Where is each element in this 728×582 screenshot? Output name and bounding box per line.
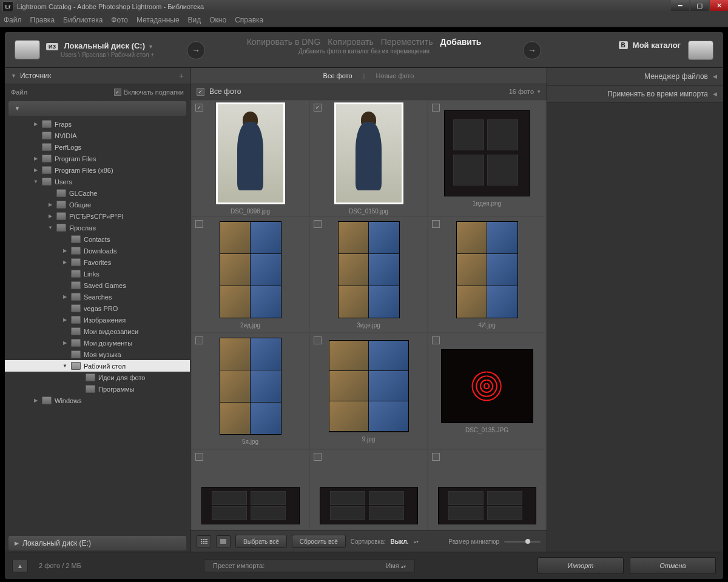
menu-Правка[interactable]: Правка bbox=[30, 16, 55, 24]
folder-Моя музыка[interactable]: Моя музыка bbox=[5, 349, 190, 360]
folder-Мои документы[interactable]: ▶Мои документы bbox=[5, 337, 190, 349]
action-add[interactable]: Добавить bbox=[440, 37, 482, 47]
photo-checkbox[interactable] bbox=[432, 220, 440, 228]
menu-Справка[interactable]: Справка bbox=[235, 16, 263, 24]
photo-checkbox[interactable] bbox=[195, 453, 203, 461]
photo-checkbox[interactable]: ✓ bbox=[314, 104, 322, 112]
menu-Фото[interactable]: Фото bbox=[111, 16, 128, 24]
thumbnail-image[interactable] bbox=[438, 487, 536, 524]
destination-label[interactable]: Мой каталог bbox=[633, 41, 681, 50]
expand-icon[interactable]: ▶ bbox=[62, 294, 68, 299]
thumbnail-cell[interactable] bbox=[192, 450, 309, 530]
deselect-all-button[interactable]: Сбросить всё bbox=[292, 535, 346, 548]
thumbnail-image[interactable] bbox=[444, 110, 530, 196]
photo-checkbox[interactable] bbox=[432, 104, 440, 112]
folder-GLCache[interactable]: GLCache bbox=[5, 187, 190, 199]
chevron-down-icon[interactable]: ▾ bbox=[149, 43, 152, 50]
import-button[interactable]: Импорт bbox=[538, 557, 624, 574]
expand-icon[interactable]: ▶ bbox=[47, 202, 53, 207]
menu-Окно[interactable]: Окно bbox=[209, 16, 226, 24]
photo-checkbox[interactable]: ✓ bbox=[195, 104, 203, 112]
expand-button[interactable]: ▲ bbox=[12, 559, 28, 572]
photo-checkbox[interactable] bbox=[195, 220, 203, 228]
thumbnail-cell[interactable] bbox=[310, 450, 427, 530]
expand-icon[interactable]: ▶ bbox=[62, 317, 68, 323]
include-subfolders-checkbox[interactable]: ✓ Включать подпапки bbox=[114, 89, 184, 96]
thumbnail-image[interactable] bbox=[220, 221, 281, 318]
thumbnail-image[interactable] bbox=[441, 349, 533, 423]
select-all-checkbox[interactable]: ✓ bbox=[197, 88, 204, 96]
folder-Saved Games[interactable]: Saved Games bbox=[5, 279, 190, 291]
grid-view-button[interactable] bbox=[197, 535, 211, 547]
source-drive-label[interactable]: Локальный диск (C:) bbox=[64, 41, 145, 50]
folder-Program Files (x86)[interactable]: ▶Program Files (x86) bbox=[5, 164, 190, 176]
expand-icon[interactable]: ▼ bbox=[33, 179, 39, 184]
folder-Идеи для фото[interactable]: Идеи для фото bbox=[5, 372, 190, 383]
thumbnail-cell[interactable]: 9.jpg bbox=[310, 333, 427, 449]
expand-icon[interactable]: ▶ bbox=[33, 398, 39, 403]
drive-c-header[interactable]: ▼ bbox=[8, 101, 186, 116]
add-source-button[interactable]: + bbox=[179, 71, 184, 81]
thumbnail-image[interactable] bbox=[334, 102, 403, 204]
expand-icon[interactable]: ▶ bbox=[62, 340, 68, 346]
file-manager-panel[interactable]: Менеджер файлов ◀ bbox=[547, 68, 723, 85]
folder-Изображения[interactable]: ▶Изображения bbox=[5, 314, 190, 326]
apply-during-import-panel[interactable]: Применять во время импорта ◀ bbox=[547, 85, 723, 103]
photo-checkbox[interactable] bbox=[432, 336, 440, 344]
folder-Contacts[interactable]: Contacts bbox=[5, 233, 190, 245]
folder-Favorites[interactable]: ▶Favorites bbox=[5, 256, 190, 268]
folder-Рабочий стол[interactable]: ▼Рабочий стол bbox=[5, 360, 190, 372]
action-copy[interactable]: Копировать bbox=[328, 37, 373, 47]
folder-PerfLogs[interactable]: PerfLogs bbox=[5, 141, 190, 153]
drive-e-header[interactable]: ▶ Локальный диск (E:) bbox=[8, 536, 186, 550]
sort-value[interactable]: Выкл. bbox=[391, 538, 409, 545]
folder-Links[interactable]: Links bbox=[5, 268, 190, 279]
thumbnail-image[interactable] bbox=[338, 221, 400, 318]
thumbnail-cell[interactable]: 4И.jpg bbox=[428, 217, 545, 332]
action-copy-dng[interactable]: Копировать в DNG bbox=[247, 37, 321, 47]
thumbnail-cell[interactable]: 2ид.jpg bbox=[192, 217, 309, 332]
tab-all-photos[interactable]: Все фото bbox=[323, 72, 352, 79]
photo-checkbox[interactable] bbox=[314, 220, 322, 228]
window-maximize-button[interactable]: ▢ bbox=[690, 0, 709, 11]
thumbnail-cell[interactable] bbox=[428, 450, 545, 530]
loupe-view-button[interactable] bbox=[216, 535, 231, 547]
thumbnail-image[interactable] bbox=[320, 487, 418, 524]
folder-Общие[interactable]: ▶Общие bbox=[5, 199, 190, 210]
photo-checkbox[interactable] bbox=[314, 336, 322, 344]
window-close-button[interactable]: ✕ bbox=[710, 0, 728, 11]
thumbnail-image[interactable] bbox=[216, 102, 285, 204]
thumb-size-slider[interactable] bbox=[504, 541, 541, 543]
menu-Библиотека[interactable]: Библиотека bbox=[63, 16, 103, 24]
expand-icon[interactable]: ▶ bbox=[33, 156, 39, 161]
thumbnail-cell[interactable]: ✓DSC_0098.jpg bbox=[192, 101, 309, 216]
expand-icon[interactable]: ▶ bbox=[33, 121, 39, 127]
folder-Users[interactable]: ▼Users bbox=[5, 176, 190, 187]
expand-icon[interactable]: ▶ bbox=[33, 167, 39, 173]
chevron-updown-icon[interactable]: ▴▾ bbox=[414, 539, 419, 544]
folder-РїСЂРѕСЃР»Р°РІ[interactable]: ▶РїСЂРѕСЃР»Р°РІ bbox=[5, 210, 190, 222]
menu-Метаданные[interactable]: Метаданные bbox=[136, 16, 180, 24]
expand-icon[interactable]: ▼ bbox=[62, 363, 68, 369]
source-panel-header[interactable]: ▼ Источник + bbox=[5, 68, 190, 84]
thumbnail-image[interactable] bbox=[201, 487, 300, 524]
folder-Program Files[interactable]: ▶Program Files bbox=[5, 153, 190, 164]
expand-icon[interactable]: ▶ bbox=[62, 248, 68, 253]
folder-Downloads[interactable]: ▶Downloads bbox=[5, 245, 190, 256]
folder-Windows[interactable]: ▶Windows bbox=[5, 395, 190, 406]
thumbnail-cell[interactable]: DSC_0135.JPG bbox=[428, 333, 545, 449]
folder-NVIDIA[interactable]: NVIDIA bbox=[5, 130, 190, 141]
thumbnail-image[interactable] bbox=[220, 338, 281, 435]
folder-Fraps[interactable]: ▶Fraps bbox=[5, 118, 190, 130]
expand-icon[interactable]: ▶ bbox=[47, 213, 53, 219]
folder-Ярослав[interactable]: ▼Ярослав bbox=[5, 222, 190, 233]
photo-checkbox[interactable] bbox=[195, 336, 203, 344]
folder-Searches[interactable]: ▶Searches bbox=[5, 291, 190, 303]
folder-Программы[interactable]: Программы bbox=[5, 383, 190, 395]
expand-icon[interactable]: ▶ bbox=[62, 259, 68, 265]
select-all-button[interactable]: Выбрать всё bbox=[235, 535, 287, 548]
menu-Файл[interactable]: Файл bbox=[4, 16, 22, 24]
menu-Вид[interactable]: Вид bbox=[188, 16, 201, 24]
thumbnail-image[interactable] bbox=[329, 340, 409, 432]
cancel-button[interactable]: Отмена bbox=[630, 557, 716, 574]
